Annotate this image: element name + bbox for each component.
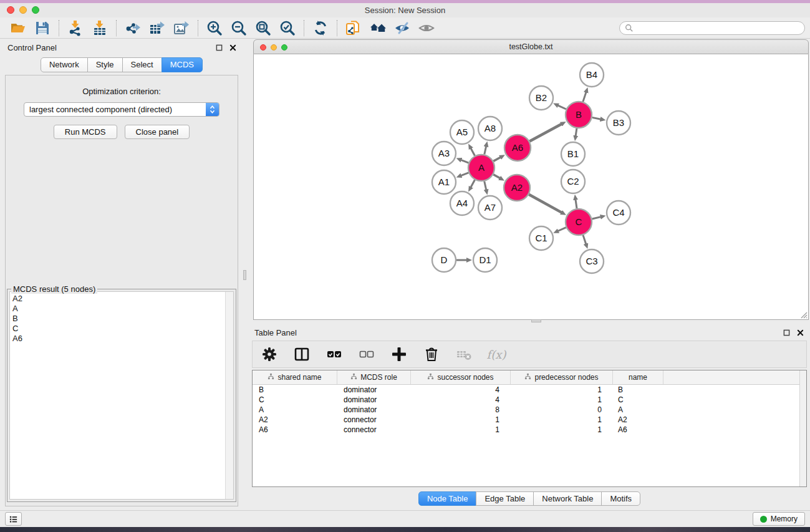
tab-edge-table[interactable]: Edge Table <box>476 491 534 506</box>
export-network-icon[interactable] <box>123 19 142 37</box>
deselect-all-icon[interactable] <box>359 346 375 363</box>
network-canvas[interactable]: AA1A2A3A4A5A6A7A8BB1B2B3B4CC1C2C3C4DD1 <box>253 54 809 320</box>
panel-splitter-handle[interactable] <box>243 270 246 280</box>
resize-grip-icon[interactable] <box>799 311 808 319</box>
tab-motifs[interactable]: Motifs <box>601 491 640 506</box>
graph-edge-C-C2[interactable] <box>576 200 577 209</box>
cell-MCDS-role[interactable]: dominator <box>337 395 411 405</box>
table-row[interactable]: Cdominator41C <box>253 395 806 405</box>
tab-select[interactable]: Select <box>122 57 162 72</box>
cell-name[interactable]: A <box>613 405 663 415</box>
duplicate-network-icon[interactable] <box>344 19 363 37</box>
graph-edge-C-C1[interactable] <box>558 228 566 231</box>
cell-MCDS-role[interactable]: connector <box>337 415 411 425</box>
trash-icon[interactable] <box>423 346 440 363</box>
show-eye-icon[interactable] <box>417 19 436 37</box>
split-table-icon[interactable] <box>294 346 310 363</box>
graph-edge-A-A2[interactable] <box>493 175 500 178</box>
zoom-fit-icon[interactable] <box>254 19 272 37</box>
graph-edge-B-B4[interactable] <box>583 92 586 102</box>
search-box[interactable] <box>619 21 805 35</box>
graph-edge-A-A6[interactable] <box>493 157 501 161</box>
open-file-icon[interactable] <box>9 19 27 37</box>
add-row-icon[interactable] <box>391 346 407 363</box>
network-minimize-button[interactable] <box>271 44 277 51</box>
cell-predecessor-nodes[interactable]: 1 <box>511 425 613 435</box>
tab-style[interactable]: Style <box>87 57 123 72</box>
cell-shared-name[interactable]: A6 <box>253 425 337 435</box>
hide-selected-icon[interactable] <box>393 19 412 37</box>
graph-edge-A-A7[interactable] <box>485 181 486 190</box>
cell-MCDS-role[interactable]: dominator <box>337 405 411 415</box>
graph-edge-A-A4[interactable] <box>471 180 475 187</box>
column-header-predecessor-nodes[interactable]: predecessor nodes <box>511 370 613 384</box>
tab-mcds[interactable]: MCDS <box>162 57 203 72</box>
cell-successor-nodes[interactable]: 8 <box>411 405 511 415</box>
close-table-panel-icon[interactable] <box>796 329 804 337</box>
graph-edge-B-B3[interactable] <box>592 117 601 119</box>
network-close-button[interactable] <box>260 44 266 51</box>
cell-predecessor-nodes[interactable]: 0 <box>511 405 613 415</box>
mcds-result-item[interactable]: A <box>12 304 225 314</box>
memory-button[interactable]: Memory <box>753 512 805 526</box>
graph-edge-A2-C[interactable] <box>529 195 562 213</box>
cell-shared-name[interactable]: C <box>253 395 337 405</box>
graph-edge-B-B2[interactable] <box>557 105 566 109</box>
graph-edge-A-A5[interactable] <box>471 148 475 156</box>
minimize-window-button[interactable] <box>19 6 27 14</box>
export-table-icon[interactable] <box>148 19 166 37</box>
graph-edge-B-B1[interactable] <box>576 128 577 137</box>
cell-successor-nodes[interactable]: 4 <box>411 385 511 395</box>
close-window-button[interactable] <box>7 6 14 14</box>
cell-shared-name[interactable]: A <box>253 405 337 415</box>
graph-edge-C-C4[interactable] <box>592 217 600 219</box>
column-header-name[interactable]: name <box>613 370 663 384</box>
cell-successor-nodes[interactable]: 4 <box>411 395 511 405</box>
graph-edge-A-A8[interactable] <box>485 146 486 154</box>
mcds-result-list[interactable]: A2ABCA6 <box>10 292 225 499</box>
search-input[interactable] <box>637 24 799 32</box>
mcds-result-item[interactable]: A6 <box>12 334 225 344</box>
cell-shared-name[interactable]: B <box>253 385 337 395</box>
graph-edge-A6-B[interactable] <box>529 124 561 142</box>
cell-name[interactable]: A6 <box>613 425 663 435</box>
refresh-icon[interactable] <box>311 19 330 37</box>
run-mcds-button[interactable]: Run MCDS <box>54 125 117 139</box>
cell-shared-name[interactable]: A2 <box>253 415 337 425</box>
table-row[interactable]: Adominator80A <box>253 405 806 415</box>
float-table-panel-icon[interactable] <box>783 329 791 337</box>
close-panel-button[interactable]: Close panel <box>125 125 190 139</box>
column-header-MCDS-role[interactable]: MCDS role <box>337 370 411 384</box>
mcds-result-item[interactable]: C <box>12 324 225 334</box>
cell-name[interactable]: C <box>613 395 663 405</box>
mcds-result-item[interactable]: A2 <box>12 294 225 304</box>
select-all-icon[interactable] <box>326 346 342 363</box>
save-session-icon[interactable] <box>33 19 52 37</box>
zoom-selected-icon[interactable] <box>278 19 297 37</box>
column-header-successor-nodes[interactable]: successor nodes <box>411 370 511 384</box>
zoom-out-icon[interactable] <box>229 19 248 37</box>
network-window-titlebar[interactable]: testGlobe.txt <box>253 39 809 54</box>
import-table-icon[interactable] <box>90 19 109 37</box>
float-panel-icon[interactable] <box>215 44 223 52</box>
column-header-shared-name[interactable]: shared name <box>253 370 337 384</box>
task-history-button[interactable] <box>5 512 22 526</box>
tab-node-table[interactable]: Node Table <box>418 491 477 506</box>
tab-network[interactable]: Network <box>41 57 88 72</box>
network-zoom-button[interactable] <box>281 44 287 51</box>
table-scrollbar[interactable] <box>799 370 806 486</box>
cell-MCDS-role[interactable]: dominator <box>337 385 411 395</box>
graph-edge-A-A3[interactable] <box>461 160 468 163</box>
cell-name[interactable]: A2 <box>613 415 663 425</box>
import-network-icon[interactable] <box>66 19 85 37</box>
vertical-splitter-handle[interactable] <box>531 319 541 322</box>
home-icon[interactable] <box>369 19 387 37</box>
table-row[interactable]: Bdominator41B <box>253 385 806 395</box>
cell-successor-nodes[interactable]: 1 <box>411 425 511 435</box>
cell-predecessor-nodes[interactable]: 1 <box>511 385 613 395</box>
tab-network-table[interactable]: Network Table <box>533 491 602 506</box>
close-panel-icon[interactable] <box>229 44 237 52</box>
graph-edge-C-C3[interactable] <box>583 235 586 244</box>
table-row[interactable]: A6connector11A6 <box>253 425 806 435</box>
cell-predecessor-nodes[interactable]: 1 <box>511 395 613 405</box>
